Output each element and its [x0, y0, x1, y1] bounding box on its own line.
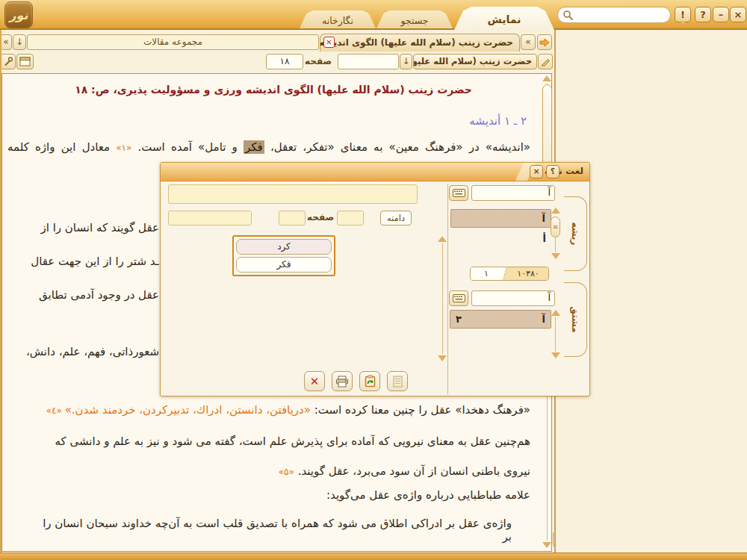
- pen-icon: [541, 57, 551, 66]
- document-icon: [393, 376, 403, 388]
- dialog-document-button[interactable]: [387, 371, 408, 391]
- page-title: حضرت زینب (سلام الله علیها) الگوی اندیشه…: [22, 84, 524, 96]
- goto-input[interactable]: [338, 54, 399, 69]
- filter-field[interactable]: [168, 211, 252, 225]
- help-button[interactable]: ?: [695, 7, 711, 22]
- root-letter-item-selected[interactable]: آ: [450, 209, 551, 228]
- doc-scroll-down-icon[interactable]: [542, 542, 551, 548]
- body-line: علامه طباطبایی درباره واژه‌ی عقل می‌گوید…: [11, 488, 530, 502]
- dialog-page-label: صفحه: [307, 212, 334, 223]
- tab-scroll-button[interactable]: «: [521, 34, 536, 50]
- dictionary-results-list: کردفکر: [232, 235, 335, 276]
- dictionary-dialog: لغت نامه ؟ × دامنه صفحه کردفکر آ آ أ ≡ ۱…: [160, 162, 590, 396]
- footnote-ref[interactable]: «٤»: [46, 405, 65, 416]
- tab-search[interactable]: جستجو: [376, 10, 453, 28]
- highlighted-word[interactable]: فکر: [244, 140, 264, 154]
- dialog-print-button[interactable]: [332, 371, 353, 391]
- keyboard-icon: [453, 189, 465, 197]
- body-text: معادل این واژه کلمه: [7, 140, 116, 154]
- root-pagination[interactable]: ۱ ۱۰۳۸۰: [470, 267, 549, 281]
- tab-gallery[interactable]: نگارخانه: [300, 10, 376, 28]
- window-left-edge: [0, 30, 1, 553]
- dialog-close-button[interactable]: ×: [530, 165, 543, 178]
- search-input[interactable]: [557, 7, 671, 23]
- derived-letter-label: آ: [542, 311, 545, 328]
- tab-root[interactable]: ریشه: [564, 196, 587, 271]
- collection-dropdown[interactable]: مجموعه مقالات: [27, 34, 319, 50]
- tab-root-label: ریشه: [570, 223, 580, 246]
- derived-scrollbar-track[interactable]: [555, 317, 556, 352]
- body-line-fragment: عقل در وجود آدمی تطابق: [6, 288, 159, 302]
- dialog-help-button[interactable]: ؟: [546, 165, 560, 178]
- layout-button[interactable]: [16, 54, 34, 69]
- dialog-titlebar[interactable]: [161, 163, 589, 181]
- tab-display[interactable]: نمایش: [454, 7, 554, 30]
- footnote-ref[interactable]: «۱»: [116, 143, 131, 153]
- root-scroll-up-icon[interactable]: [551, 208, 560, 214]
- dialog-delete-button[interactable]: ✕: [304, 371, 325, 391]
- forward-arrow-icon: [539, 38, 550, 47]
- body-text: «اندیشه» در «فرهنگ معین» به معنای «تفکر،…: [264, 140, 530, 154]
- root-letter-input[interactable]: آ: [471, 185, 555, 201]
- forward-arrow-button[interactable]: [537, 34, 552, 50]
- body-line-fragment: عقل گویند که انسان را از: [6, 221, 159, 234]
- results-scrollbar-track[interactable]: [442, 243, 443, 354]
- goto-field[interactable]: [279, 211, 306, 225]
- body-line: نیروی باطنی انسان از آن سود می‌برد، عقل …: [11, 464, 530, 478]
- page-number-input[interactable]: ۱۸: [266, 54, 303, 69]
- virtual-keyboard-button[interactable]: [449, 290, 468, 306]
- body-line-fragment: شعورذاتی، فهم، علم، دانش،: [6, 345, 159, 358]
- clipboard-paste-icon: [364, 375, 376, 388]
- root-letter-item[interactable]: أ: [450, 230, 551, 249]
- results-scroll-down-icon[interactable]: [438, 355, 447, 361]
- tab-derived[interactable]: مشتق: [564, 282, 587, 357]
- document-tab[interactable]: حضرت زینب (سلام الله علیها) الگوی اندیشه…: [320, 34, 520, 52]
- quoted-text: «دریافتن، دانستن، ادراك، تدبیرکردن، خردم…: [65, 403, 311, 417]
- root-scroll-down-icon[interactable]: [551, 253, 560, 259]
- window-bottom-bar: [0, 553, 747, 560]
- derived-letter-input[interactable]: آ: [471, 290, 555, 306]
- virtual-keyboard-button[interactable]: [449, 185, 468, 201]
- body-text: و تامل» آمده است.: [131, 140, 244, 154]
- body-line: «فرهنگ دهخدا» عقل را چنین معنا کرده است:…: [11, 403, 530, 417]
- dictionary-result-item[interactable]: فکر: [236, 257, 332, 273]
- tools-button[interactable]: [0, 54, 16, 69]
- page-field[interactable]: [337, 211, 364, 225]
- root-scrollbar-track[interactable]: [555, 237, 556, 252]
- collection-scroll-button[interactable]: «: [0, 34, 12, 50]
- wrench-icon: [3, 57, 13, 66]
- derived-scroll-down-icon[interactable]: [551, 352, 560, 358]
- close-button[interactable]: ×: [730, 7, 746, 22]
- collection-dropdown-arrow[interactable]: ↓: [13, 34, 26, 50]
- page-label: صفحه: [305, 56, 332, 66]
- pagination-divider: [502, 267, 508, 280]
- doc-scroll-up-icon[interactable]: [542, 75, 551, 81]
- root-page-total: ۱۰۳۸۰: [508, 267, 548, 280]
- annotate-button[interactable]: [538, 54, 553, 69]
- tab-derived-label: مشتق: [570, 306, 580, 332]
- app-logo[interactable]: نور: [4, 1, 33, 28]
- grip-icon: ≡: [553, 223, 559, 231]
- derived-letter-count: ۳: [456, 311, 462, 328]
- quote-block-line: واژه‌ی عقل بر ادراکی اطلاق می شود که همر…: [30, 517, 512, 544]
- dialog-panel-divider: [447, 184, 448, 394]
- root-scrollbar-thumb[interactable]: ≡: [551, 217, 560, 237]
- derived-scroll-up-icon[interactable]: [551, 310, 560, 316]
- goto-dropdown-arrow[interactable]: ↓: [400, 54, 412, 69]
- range-button[interactable]: دامنه: [380, 211, 412, 225]
- results-scroll-up-icon[interactable]: [438, 236, 447, 242]
- book-select-button[interactable]: حضرت زینب (سلام الله علیها) الگو ...: [413, 54, 537, 69]
- body-line: «اندیشه» در «فرهنگ معین» به معنای «تفکر،…: [7, 140, 530, 154]
- dialog-copy-button[interactable]: [359, 371, 380, 391]
- document-tab-close-icon[interactable]: ✕: [323, 37, 335, 48]
- root-page-current: ۱: [471, 267, 502, 280]
- dictionary-result-item[interactable]: کرد: [236, 239, 332, 255]
- window-icon: [19, 57, 31, 66]
- dictionary-entry-field[interactable]: [168, 184, 418, 204]
- body-text: نیروی باطنی انسان از آن سود می‌برد، عقل …: [294, 464, 530, 478]
- alert-button[interactable]: !: [675, 7, 691, 22]
- minimize-button[interactable]: –: [713, 7, 729, 22]
- footnote-ref[interactable]: «۵»: [279, 467, 294, 477]
- printer-icon: [335, 376, 349, 388]
- derived-letter-item-selected[interactable]: آ ۳: [450, 310, 551, 329]
